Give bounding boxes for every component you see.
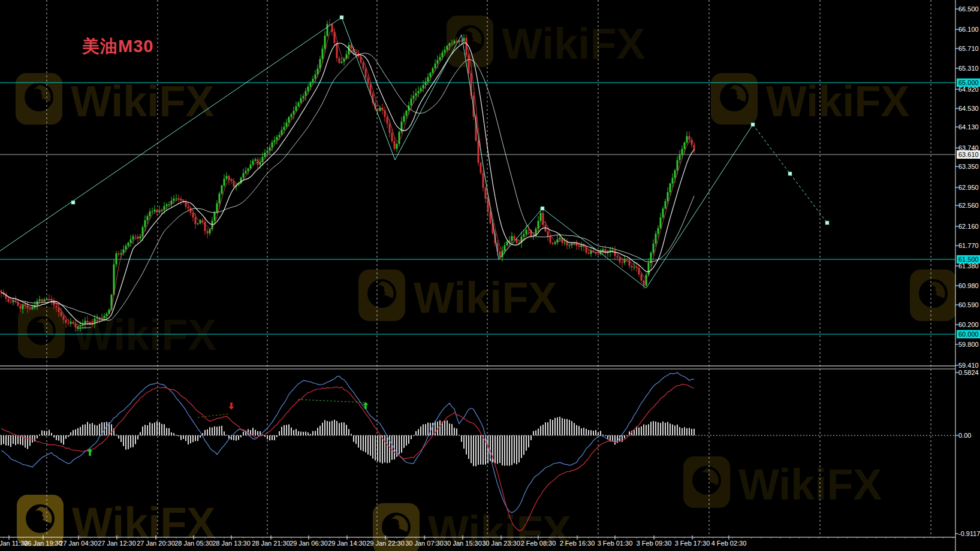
macd-histogram-bar <box>207 429 208 435</box>
chart-canvas[interactable]: WikiFXWikiFXWikiFXWikiFXWikiFXWikiFXWiki… <box>0 0 980 551</box>
macd-histogram-bar <box>252 428 254 435</box>
line-handle-marker[interactable] <box>541 207 544 210</box>
macd-histogram-bar <box>176 435 177 435</box>
macd-histogram-bar <box>418 429 419 435</box>
bull-candle <box>324 36 326 49</box>
macd-histogram-bar <box>94 425 95 435</box>
macd-histogram-bar <box>183 435 184 439</box>
macd-histogram-bar <box>13 435 14 444</box>
line-handle-marker[interactable] <box>340 16 343 19</box>
macd-histogram-bar <box>159 422 160 435</box>
bull-candle <box>430 73 432 77</box>
macd-histogram-bar <box>56 435 57 440</box>
bear-candle <box>192 213 194 217</box>
macd-histogram-bar <box>212 428 213 435</box>
macd-histogram-bar <box>147 425 148 435</box>
macd-histogram-bar <box>29 435 31 446</box>
bull-candle <box>288 117 290 123</box>
macd-histogram-bar <box>641 426 642 435</box>
macd-histogram-bar <box>331 421 333 435</box>
bull-candle <box>303 96 304 99</box>
macd-histogram-bar <box>329 422 330 435</box>
macd-histogram-bar <box>137 435 138 440</box>
macd-histogram-bar <box>648 424 649 435</box>
time-axis-label: 29 Jan 14:30 <box>328 540 366 547</box>
time-axis-label: 28 Jan 13:30 <box>212 540 251 547</box>
macd-histogram-bar <box>324 420 325 435</box>
bull-candle <box>435 63 436 68</box>
bull-candle <box>646 275 647 286</box>
macd-histogram-bar <box>209 427 210 435</box>
macd-histogram-bar <box>550 419 551 435</box>
bull-candle <box>209 229 211 234</box>
watermark-layer: WikiFXWikiFXWikiFXWikiFXWikiFXWikiFXWiki… <box>16 16 980 551</box>
macd-histogram-bar <box>97 425 98 435</box>
wikifx-watermark: WikiFX <box>18 307 216 359</box>
bull-candle <box>506 241 508 245</box>
bear-candle <box>25 304 26 305</box>
macd-histogram-bar <box>310 434 311 435</box>
macd-histogram-bar <box>399 435 400 454</box>
macd-histogram-bar <box>281 427 282 435</box>
bull-candle <box>444 50 446 52</box>
trendline[interactable] <box>0 17 342 253</box>
bull-candle <box>262 157 264 162</box>
line-handle-marker[interactable] <box>71 201 75 204</box>
bear-candle <box>339 58 340 63</box>
time-axis-label: 30 Jan 15:30 <box>444 540 482 547</box>
bull-candle <box>396 144 398 149</box>
bear-candle <box>578 246 580 247</box>
bull-candle <box>399 132 400 144</box>
bear-candle <box>598 254 599 255</box>
bull-candle <box>564 243 566 243</box>
bull-candle <box>624 259 626 263</box>
bear-candle <box>92 323 94 323</box>
macd-histogram-bar <box>123 435 124 446</box>
bull-candle <box>602 249 604 251</box>
bear-candle <box>228 176 230 180</box>
macd-histogram-bar <box>70 432 71 435</box>
macd-histogram-bar <box>554 418 556 435</box>
watermark-brand-text: WikiFX <box>71 77 214 125</box>
watermark-brand-text: WikiFX <box>502 20 645 68</box>
price-axis-label: 62.560 <box>958 202 979 209</box>
macd-histogram-bar <box>514 435 515 463</box>
macd-histogram-bar <box>68 435 69 437</box>
bear-candle <box>387 117 388 123</box>
bull-candle <box>116 253 117 264</box>
bull-candle <box>449 43 451 46</box>
bear-candle <box>195 217 197 224</box>
bull-candle <box>276 137 278 140</box>
price-axis-label: 62.160 <box>958 223 979 230</box>
time-axis-label: 29 Jan 06:30 <box>290 540 328 547</box>
sell-signal-arrow-icon <box>229 402 234 410</box>
bear-candle <box>456 41 458 41</box>
line-handle-marker[interactable] <box>825 221 829 225</box>
macd-histogram-bar <box>255 430 256 435</box>
macd-histogram-bar <box>99 424 100 435</box>
bull-candle <box>269 147 271 150</box>
wikifx-watermark: WikiFX <box>683 456 882 508</box>
macd-histogram-bar <box>32 435 33 443</box>
macd-histogram-bar <box>44 431 45 435</box>
macd-histogram-bar <box>360 435 361 450</box>
macd-histogram-bar <box>85 425 86 435</box>
bear-candle <box>547 231 549 237</box>
macd-histogram-bar <box>92 423 93 435</box>
macd-histogram-bar <box>317 428 318 435</box>
bull-candle <box>226 176 228 179</box>
bull-candle <box>315 74 316 79</box>
macd-histogram-bar <box>238 435 239 440</box>
time-axis-label: 27 Jan 04:30 <box>59 540 98 547</box>
macd-histogram-bar <box>25 435 26 447</box>
line-handle-marker[interactable] <box>788 172 792 175</box>
bull-candle <box>284 127 285 130</box>
bull-candle <box>540 213 542 221</box>
macd-histogram-bar <box>353 435 354 442</box>
bull-candle <box>252 161 254 164</box>
time-axis-label: 28 Jan 05:30 <box>174 540 213 547</box>
macd-histogram-bar <box>643 425 644 435</box>
bull-candle <box>437 60 439 63</box>
price-axis-label: 64.130 <box>958 123 979 131</box>
line-handle-marker[interactable] <box>751 123 755 126</box>
